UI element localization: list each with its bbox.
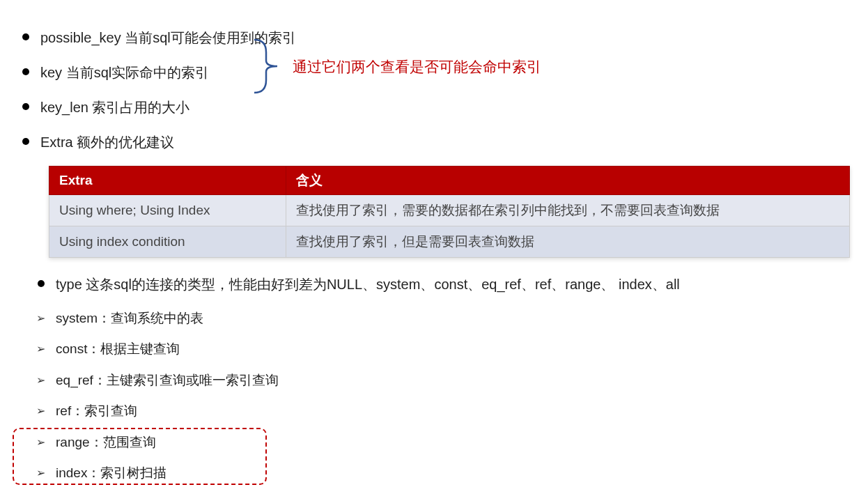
table-row: Using where; Using Index 查找使用了索引，需要的数据都在…: [49, 195, 850, 226]
annotation-text: 通过它们两个查看是否可能会命中索引: [293, 57, 541, 77]
type-bullet-list: type 这条sql的连接的类型，性能由好到差为NULL、system、cons…: [21, 273, 847, 295]
bullet-possible-key: possible_key 当前sql可能会使用到的索引: [21, 26, 847, 49]
bullet-extra: Extra 额外的优化建议: [21, 131, 847, 153]
sub-index: index：索引树扫描: [36, 463, 847, 484]
bullet-key-len: key_len 索引占用的大小: [21, 96, 847, 118]
table-header-row: Extra 含义: [49, 167, 850, 195]
cell-meaning-1: 查找使用了索引，但是需要回表查询数据: [286, 226, 850, 258]
cell-extra-0: Using where; Using Index: [49, 195, 286, 226]
sub-eq-ref: eq_ref：主键索引查询或唯一索引查询: [36, 370, 847, 391]
cell-extra-1: Using index condition: [49, 226, 286, 258]
extra-table-wrap: Extra 含义 Using where; Using Index 查找使用了索…: [49, 166, 847, 258]
th-meaning: 含义: [286, 167, 850, 195]
sub-const: const：根据主键查询: [36, 339, 847, 360]
sub-range: range：范围查询: [36, 432, 847, 453]
main-bullet-list: possible_key 当前sql可能会使用到的索引 key 当前sql实际命…: [21, 26, 847, 153]
sub-system: system：查询系统中的表: [36, 308, 847, 329]
bullet-type: type 这条sql的连接的类型，性能由好到差为NULL、system、cons…: [36, 273, 847, 295]
extra-table: Extra 含义 Using where; Using Index 查找使用了索…: [49, 166, 850, 258]
table-row: Using index condition 查找使用了索引，但是需要回表查询数据: [49, 226, 850, 258]
brace-icon: [251, 38, 286, 94]
cell-meaning-0: 查找使用了索引，需要的数据都在索引列中能找到，不需要回表查询数据: [286, 195, 850, 226]
sub-bullet-list: system：查询系统中的表 const：根据主键查询 eq_ref：主键索引查…: [21, 308, 847, 494]
th-extra: Extra: [49, 167, 286, 195]
sub-ref: ref：索引查询: [36, 401, 847, 422]
